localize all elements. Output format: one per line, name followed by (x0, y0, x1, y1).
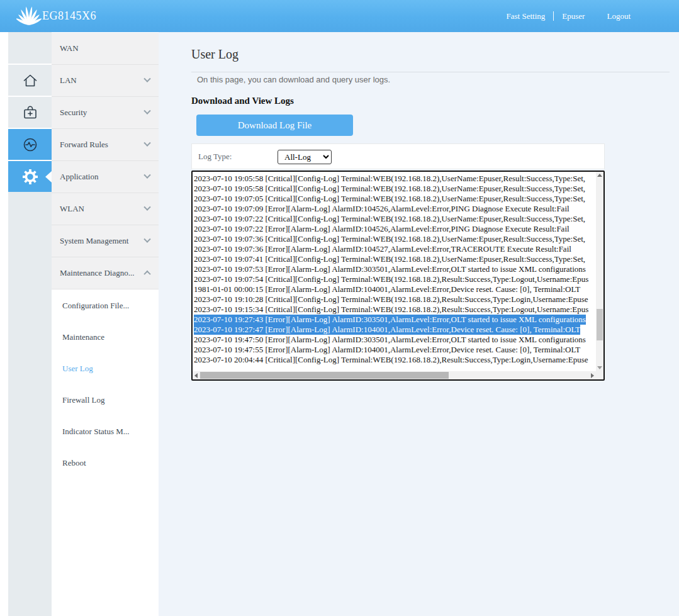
menu-label: LAN (60, 76, 77, 86)
log-line: 2023-07-10 19:07:05 [Critical][Config-Lo… (194, 194, 585, 204)
triangle-right-icon (591, 373, 594, 378)
header-divider (553, 11, 554, 21)
log-line: 2023-07-10 19:47:55 [Error][Alarm-Log] A… (194, 345, 580, 355)
horizontal-scrollbar[interactable] (193, 371, 596, 379)
menu-label: System Management (60, 236, 128, 246)
sidebar-item-system-management[interactable]: System Management (52, 225, 159, 257)
chevron-down-icon (143, 76, 150, 82)
scrollbar-corner (596, 371, 603, 379)
chevron-down-icon (143, 236, 150, 243)
horizontal-scrollbar-thumb[interactable] (200, 372, 449, 379)
submenu-label: Indicator Status M... (62, 427, 130, 437)
page-description: On this page, you can download and query… (197, 75, 390, 84)
scroll-right-button[interactable] (589, 371, 596, 379)
log-line: 2023-07-10 19:47:50 [Error][Alarm-Log] A… (194, 335, 586, 345)
diagnose-pulse-icon (21, 136, 39, 154)
log-lines: 2023-07-10 19:05:58 [Critical][Config-Lo… (194, 174, 595, 369)
sidebar-item-reboot[interactable]: Reboot (52, 447, 159, 479)
submenu-label: Configuration File... (62, 301, 129, 311)
log-type-panel: Log Type: All-Log (191, 143, 605, 169)
log-line: 2023-07-10 19:07:09 [Error][Alarm-Log] A… (194, 204, 570, 214)
home-icon (22, 72, 38, 89)
log-line: 2023-07-10 19:05:58 [Critical][Config-Lo… (194, 184, 585, 194)
main-content: User Log On this page, you can download … (159, 32, 679, 616)
settings-nav-button[interactable] (8, 161, 52, 192)
menu-label: Application (60, 172, 98, 182)
sidebar-item-configuration-file[interactable]: Configuration File... (52, 290, 159, 322)
log-line: 2023-07-10 20:04:44 [Critical][Config-Lo… (194, 355, 588, 365)
sidebar-menu: WAN LAN Security Forward Rules Applicati… (52, 32, 159, 616)
scroll-up-button[interactable] (596, 172, 603, 179)
triangle-down-icon (597, 366, 602, 369)
toolbox-plus-icon (22, 104, 38, 121)
submenu-label: Firewall Log (62, 395, 105, 405)
triangle-up-icon (597, 174, 602, 177)
log-line: 2023-07-10 19:07:53 [Error][Alarm-Log] A… (194, 264, 586, 274)
chevron-up-icon (143, 271, 150, 277)
log-line: 2023-07-10 19:07:41 [Critical][Config-Lo… (194, 254, 585, 264)
menu-label: Forward Rules (60, 140, 108, 150)
page-title: User Log (191, 47, 238, 62)
menu-label: WLAN (60, 204, 84, 214)
submenu-label-active: User Log (62, 364, 93, 374)
log-line: 2023-07-10 19:07:54 [Critical][Config-Lo… (194, 274, 588, 284)
log-type-select[interactable]: All-Log (278, 150, 332, 164)
log-line-selected: 2023-07-10 19:27:47 [Error][Alarm-Log] A… (194, 325, 580, 335)
app-header: EG8145X6 Fast Setting Epuser Logout (0, 0, 679, 32)
device-model-title: EG8145X6 (42, 0, 96, 32)
logout-link[interactable]: Logout (607, 11, 631, 21)
chevron-down-icon (143, 172, 150, 179)
log-line: 2023-07-10 19:07:36 [Critical][Config-Lo… (194, 234, 585, 244)
network-nav-button[interactable] (8, 97, 52, 128)
icon-rail (8, 32, 52, 616)
log-line: 1981-01-01 00:00:15 [Error][Alarm-Log] A… (194, 284, 580, 294)
chevron-down-icon (143, 204, 150, 211)
sidebar-item-user-log[interactable]: User Log (52, 353, 159, 384)
gear-icon (21, 167, 40, 186)
title-divider (191, 72, 670, 72)
fast-setting-link[interactable]: Fast Setting (507, 11, 546, 21)
sidebar-item-maintenance[interactable]: Maintenance (52, 322, 159, 353)
chevron-down-icon (143, 140, 150, 147)
sidebar-item-application[interactable]: Application (52, 161, 159, 193)
active-rail-arrow (45, 171, 52, 182)
log-line: 2023-07-10 19:07:22 [Error][Alarm-Log] A… (194, 224, 570, 234)
submenu-label: Reboot (62, 458, 86, 468)
log-line: 2023-07-10 19:07:22 [Critical][Config-Lo… (194, 214, 585, 224)
menu-label: Security (60, 108, 87, 118)
log-line: 2023-07-10 19:15:34 [Critical][Config-Lo… (194, 305, 588, 315)
triangle-left-icon (194, 373, 198, 378)
sidebar-item-forward-rules[interactable]: Forward Rules (52, 129, 159, 161)
huawei-logo-icon (16, 6, 42, 26)
menu-label: Maintenance Diagno... (60, 268, 134, 278)
log-viewer[interactable]: 2023-07-10 19:05:58 [Critical][Config-Lo… (191, 171, 605, 381)
sidebar-item-security[interactable]: Security (52, 97, 159, 129)
vertical-scrollbar-thumb[interactable] (597, 309, 603, 340)
header-nav: Fast Setting Epuser Logout (507, 0, 631, 32)
sidebar-item-wlan[interactable]: WLAN (52, 193, 159, 225)
vertical-scrollbar[interactable] (596, 172, 603, 371)
home-nav-button[interactable] (8, 65, 52, 96)
rail-cell-blank (8, 33, 52, 64)
scroll-down-button[interactable] (596, 364, 603, 371)
sidebar-item-indicator-status[interactable]: Indicator Status M... (52, 416, 159, 447)
diagnose-nav-button[interactable] (8, 129, 52, 160)
scroll-left-button[interactable] (193, 371, 199, 379)
sidebar-item-firewall-log[interactable]: Firewall Log (52, 384, 159, 416)
log-type-label: Log Type: (198, 152, 232, 162)
section-title: Download and View Logs (191, 96, 294, 106)
chevron-down-icon (143, 108, 150, 115)
log-line: 2023-07-10 19:05:58 [Critical][Config-Lo… (194, 174, 585, 184)
download-log-file-button[interactable]: Download Log File (196, 115, 353, 136)
sidebar-item-wan[interactable]: WAN (52, 33, 159, 65)
submenu-label: Maintenance (62, 332, 104, 342)
log-line: 2023-07-10 19:07:36 [Error][Alarm-Log] A… (194, 244, 571, 254)
sidebar-item-maintenance-diagnose[interactable]: Maintenance Diagno... (52, 257, 159, 289)
sidebar-item-lan[interactable]: LAN (52, 65, 159, 97)
menu-label: WAN (60, 43, 79, 53)
log-line-selected: 2023-07-10 19:27:43 [Error][Alarm-Log] A… (194, 315, 586, 325)
log-line: 2023-07-10 19:10:28 [Critical][Config-Lo… (194, 294, 588, 305)
username-link[interactable]: Epuser (562, 11, 585, 21)
